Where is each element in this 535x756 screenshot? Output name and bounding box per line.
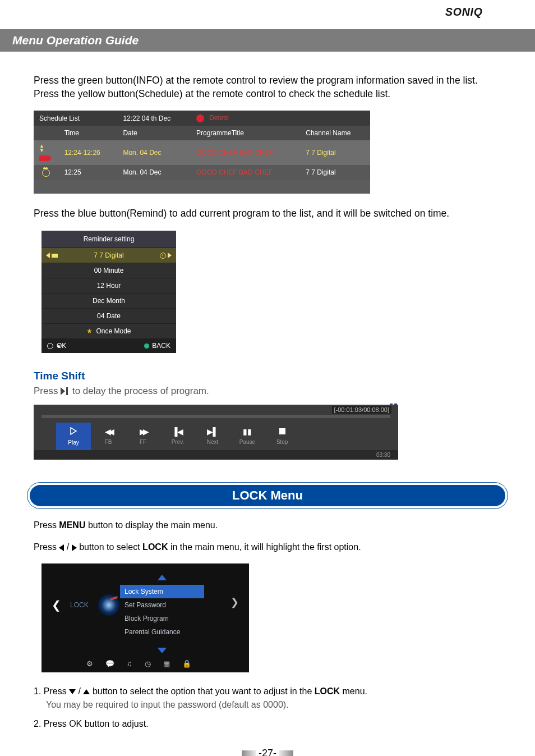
playback-foot-time: 03:30 bbox=[34, 450, 398, 460]
chevron-left-icon[interactable]: ❮ bbox=[52, 598, 61, 612]
lock-item-set-password[interactable]: Set Password bbox=[120, 598, 204, 612]
arrow-up-icon[interactable] bbox=[158, 575, 167, 580]
lock-icon: 🔒 bbox=[182, 659, 191, 668]
table-row[interactable]: ▲▼ 12:24-12:26 Mon. 04 Dec GOOD CHEF BAD… bbox=[34, 140, 370, 165]
lock-menu-title: LOCK Menu bbox=[30, 485, 505, 506]
page-title: Menu Operation Guide bbox=[12, 34, 139, 47]
chevron-right-icon[interactable]: ❯ bbox=[230, 596, 239, 608]
reminder-mode[interactable]: ★Once Mode bbox=[41, 323, 176, 338]
sort-arrows-icon: ▲▼ bbox=[39, 144, 44, 153]
lock-p2: Press / button to select LOCK in the mai… bbox=[34, 541, 501, 553]
lock-settings-panel: ❮ LOCK ❯ Lock System Set Password Block … bbox=[41, 563, 249, 672]
reminder-hour[interactable]: 12 Hour bbox=[41, 278, 176, 293]
reminder-month[interactable]: Dec Month bbox=[41, 293, 176, 308]
row0-time: 12:24-12:26 bbox=[59, 140, 118, 165]
svg-marker-1 bbox=[61, 387, 65, 395]
reminder-header: Reminder setting bbox=[41, 231, 176, 248]
playback-range: [-00:01:03/00:08:00] bbox=[332, 406, 391, 414]
time-shift-text: Press to delay the process of program. bbox=[34, 386, 501, 397]
plus-icon: + bbox=[160, 253, 166, 259]
svg-marker-3 bbox=[71, 428, 76, 434]
clock-icon: ◷ bbox=[145, 659, 151, 668]
speech-icon: 💬 bbox=[105, 659, 114, 668]
schedule-table: Schedule List 12:22 04 th Dec Delete Tim… bbox=[34, 111, 370, 194]
next-button[interactable]: ▶▌ Next bbox=[195, 423, 230, 450]
ok-button[interactable]: OK bbox=[47, 342, 68, 350]
arrow-down-icon bbox=[69, 689, 76, 694]
step-1: 1. Press / button to select the option t… bbox=[34, 685, 501, 712]
lock-p1: Press MENU button to display the main me… bbox=[34, 519, 501, 532]
schedule-header-time: 12:22 04 th Dec bbox=[117, 111, 191, 126]
schedule-delete[interactable]: Delete bbox=[191, 111, 370, 126]
play-button[interactable]: Play bbox=[56, 423, 91, 450]
table-row-empty bbox=[34, 180, 370, 194]
row0-prog: GOOD CHEF BAD CHEF bbox=[191, 140, 300, 165]
fb-button[interactable]: ◀◀ FB bbox=[91, 423, 126, 450]
row1-date: Mon. 04 Dec bbox=[117, 165, 191, 180]
remind-paragraph: Press the blue button(Remind) to add cur… bbox=[34, 207, 501, 221]
arrow-down-icon[interactable] bbox=[158, 648, 167, 653]
music-note-icon: ♫ bbox=[127, 659, 132, 668]
row1-prog: GOOD CHEF BAD CHEF bbox=[191, 165, 300, 180]
col-date: Date bbox=[117, 126, 191, 140]
delete-label: Delete bbox=[209, 114, 229, 122]
playback-track[interactable] bbox=[41, 415, 390, 418]
gear-icon: ⚙ bbox=[86, 659, 93, 668]
green-dot-icon bbox=[144, 343, 149, 349]
time-shift-heading: Time Shift bbox=[34, 370, 501, 382]
reminder-channel: 7 7 Digital bbox=[94, 251, 123, 259]
brand-logo: SONIQ bbox=[0, 0, 535, 29]
arrow-right-icon bbox=[72, 544, 77, 551]
alarm-icon bbox=[42, 169, 50, 177]
page-number: -27- bbox=[0, 748, 535, 756]
record-small-icon bbox=[52, 254, 58, 258]
stop-button[interactable]: Stop bbox=[265, 423, 299, 450]
reminder-date[interactable]: 04 Date bbox=[41, 308, 176, 323]
delete-dot-icon bbox=[196, 114, 204, 122]
svg-rect-2 bbox=[66, 387, 68, 395]
reminder-minute[interactable]: 00 Minute bbox=[41, 263, 176, 278]
svg-text:SONIQ: SONIQ bbox=[445, 6, 483, 18]
grid-icon: ▦ bbox=[163, 659, 170, 668]
lock-caption: LOCK bbox=[70, 601, 89, 609]
stop-icon bbox=[265, 427, 299, 436]
col-channel: Channel Name bbox=[300, 126, 370, 140]
pause-button[interactable]: ▮▮ Pause bbox=[230, 423, 265, 450]
ff-button[interactable]: ▶▶ FF bbox=[126, 423, 160, 450]
playback-bar: [-00:01:03/00:08:00] Play ◀◀ FB ▶▶ FF bbox=[34, 405, 398, 460]
lock-steps: 1. Press / button to select the option t… bbox=[34, 685, 501, 731]
arrow-left-icon bbox=[46, 253, 50, 258]
row1-time: 12:25 bbox=[59, 165, 118, 180]
row0-date: Mon. 04 Dec bbox=[117, 140, 191, 165]
prev-button[interactable]: ▐◀ Prev. bbox=[160, 423, 195, 450]
forward-icon: ▶▶ bbox=[126, 427, 160, 436]
lock-item-lock-system[interactable]: Lock System bbox=[120, 585, 204, 598]
pause-icon: ▮▮ bbox=[230, 427, 265, 436]
lock-menu-pill: LOCK Menu bbox=[27, 482, 508, 509]
col-programme: ProgrammeTitle bbox=[191, 126, 300, 140]
lock-bottom-icons: ⚙ 💬 ♫ ◷ ▦ 🔒 bbox=[86, 659, 191, 668]
lock-item-parental-guidance[interactable]: Parental Guidance bbox=[120, 625, 204, 639]
col-time: Time bbox=[59, 126, 118, 140]
rewind-icon: ◀◀ bbox=[91, 427, 126, 436]
play-pause-icon bbox=[61, 387, 70, 395]
step-2: 2. Press OK button to adjust. bbox=[34, 717, 501, 731]
back-button[interactable]: BACK bbox=[144, 342, 170, 350]
lock-item-block-program[interactable]: Block Program bbox=[120, 612, 204, 625]
table-row[interactable]: 12:25 Mon. 04 Dec GOOD CHEF BAD CHEF 7 7… bbox=[34, 165, 370, 180]
step-1-note: You may be required to input the passwor… bbox=[46, 698, 501, 712]
next-icon: ▶▌ bbox=[195, 427, 230, 436]
reminder-channel-row[interactable]: 7 7 Digital + bbox=[41, 248, 176, 263]
prev-icon: ▐◀ bbox=[160, 427, 195, 436]
page-title-bar: Menu Operation Guide bbox=[0, 29, 535, 52]
reminder-panel: Reminder setting 7 7 Digital + 00 Minute… bbox=[41, 231, 176, 353]
lock-dial-icon bbox=[98, 594, 120, 616]
schedule-header-label: Schedule List bbox=[34, 111, 117, 126]
arrow-up-icon bbox=[83, 689, 90, 694]
record-icon bbox=[39, 155, 49, 161]
arrow-left-icon bbox=[59, 544, 64, 551]
row1-chan: 7 7 Digital bbox=[300, 165, 370, 180]
play-icon bbox=[56, 427, 91, 437]
row0-chan: 7 7 Digital bbox=[300, 140, 370, 165]
star-icon: ★ bbox=[86, 327, 93, 335]
